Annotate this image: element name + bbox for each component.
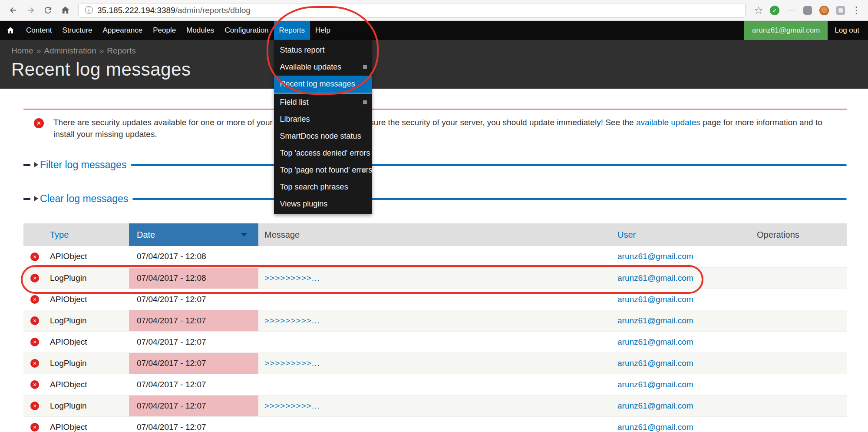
log-messages-table: TypeDateMessageUserOperations ✕APIObject… [23, 223, 847, 432]
url-text: 35.185.222.194:3389/admin/reports/dblog [97, 6, 251, 15]
account-button[interactable]: arunz61@gmail.com [744, 21, 828, 40]
extension-gray-icon[interactable] [802, 5, 813, 16]
admin-menu-item-structure[interactable]: Structure [57, 21, 98, 40]
extension-check-icon[interactable]: ✓ [769, 5, 780, 16]
home-icon[interactable] [57, 3, 73, 18]
admin-menu-item-appearance[interactable]: Appearance [98, 21, 148, 40]
reports-menu-item[interactable]: Recent log messages [274, 76, 372, 94]
operations-cell [747, 246, 847, 267]
user-link[interactable]: arunz61@gmail.com [617, 380, 693, 389]
back-icon[interactable] [5, 3, 21, 18]
breadcrumb-item[interactable]: Reports [107, 46, 136, 55]
reload-icon[interactable] [40, 3, 56, 18]
admin-menu-item-people[interactable]: People [148, 21, 181, 40]
log-date-cell: 07/04/2017 - 12:08 [129, 246, 258, 267]
operations-cell [747, 267, 847, 289]
log-type-label: APIObject [50, 380, 87, 389]
extension-orange-icon[interactable] [819, 5, 829, 16]
error-icon: ✕ [34, 118, 44, 128]
reports-menu-item[interactable]: Libraries [274, 111, 372, 128]
error-status-icon: ✕ [30, 423, 39, 432]
admin-menu: ContentStructureAppearancePeopleModulesC… [21, 21, 336, 40]
menu-badge-icon [363, 65, 367, 69]
address-bar[interactable]: ⓘ 35.185.222.194:3389/admin/reports/dblo… [78, 3, 746, 18]
reports-menu-item[interactable]: Available updates [274, 59, 372, 76]
log-row: ✕LogPlugin07/04/2017 - 12:07>>>>>>>>>...… [23, 310, 847, 331]
filter-log-messages-toggle[interactable]: Filter log messages [40, 159, 126, 171]
user-link[interactable]: arunz61@gmail.com [617, 401, 693, 410]
reports-menu-item[interactable]: Field list [274, 94, 372, 111]
operations-cell [747, 395, 847, 416]
column-header-type[interactable]: Type [23, 223, 129, 246]
fieldset-dash [23, 164, 30, 166]
column-header-date[interactable]: Date [129, 223, 258, 246]
admin-menu-item-help[interactable]: Help [310, 21, 336, 40]
admin-menu-item-configuration[interactable]: Configuration [219, 21, 274, 40]
error-status-icon: ✕ [30, 380, 39, 389]
drupal-home-icon[interactable] [0, 21, 21, 40]
user-link[interactable]: arunz61@gmail.com [617, 316, 693, 325]
security-update-warning: ✕ There are security updates available f… [23, 109, 847, 143]
fieldset-rule [132, 198, 847, 200]
breadcrumb-item[interactable]: Home [11, 46, 33, 55]
log-row: ✕APIObject07/04/2017 - 12:07arunz61@gmai… [23, 289, 847, 310]
breadcrumb-item[interactable]: Administration [44, 46, 96, 55]
operations-cell [747, 352, 847, 374]
user-link[interactable]: arunz61@gmail.com [617, 337, 693, 346]
log-message-link[interactable]: >>>>>>>>>... [264, 359, 320, 368]
column-header-message: Message [258, 223, 609, 246]
log-date-cell: 07/04/2017 - 12:07 [129, 310, 258, 331]
browser-toolbar: ⓘ 35.185.222.194:3389/admin/reports/dblo… [0, 0, 868, 21]
clear-log-fieldset: Clear log messages [23, 192, 847, 205]
column-header-user[interactable]: User [609, 223, 747, 246]
reports-menu-item[interactable]: Top 'page not found' errors [274, 162, 372, 179]
user-link[interactable]: arunz61@gmail.com [617, 422, 693, 432]
admin-menu-item-reports[interactable]: Reports Status reportAvailable updatesRe… [274, 21, 310, 40]
reports-menu-item[interactable]: Top search phrases [274, 179, 372, 196]
log-row: ✕LogPlugin07/04/2017 - 12:07>>>>>>>>>...… [23, 352, 847, 374]
clear-log-messages-toggle[interactable]: Clear log messages [40, 193, 128, 205]
admin-menu-item-content[interactable]: Content [21, 21, 57, 40]
log-type-label: APIObject [50, 337, 87, 346]
admin-menu-item-modules[interactable]: Modules [181, 21, 219, 40]
user-link[interactable]: arunz61@gmail.com [617, 295, 693, 304]
log-row: ✕LogPlugin07/04/2017 - 12:08>>>>>>>>>...… [23, 267, 847, 289]
logout-button[interactable]: Log out [828, 21, 866, 40]
log-type-label: APIObject [50, 252, 87, 261]
reports-menu-item[interactable]: SmartDocs node status [274, 128, 372, 145]
forward-icon[interactable] [23, 3, 38, 18]
available-updates-link[interactable]: available updates [636, 118, 700, 127]
browser-menu-icon[interactable]: ⋮ [850, 5, 863, 16]
user-link[interactable]: arunz61@gmail.com [617, 359, 693, 368]
log-row: ✕APIObject07/04/2017 - 12:07arunz61@gmai… [23, 416, 847, 432]
filter-log-fieldset: Filter log messages [23, 158, 847, 171]
user-link[interactable]: arunz61@gmail.com [617, 252, 693, 261]
extension-capture-icon[interactable] [835, 5, 846, 16]
reports-menu-item[interactable]: Views plugins [274, 196, 372, 213]
toolbar-spacer [336, 21, 744, 40]
user-link[interactable]: arunz61@gmail.com [617, 273, 693, 282]
log-row: ✕APIObject07/04/2017 - 12:07arunz61@gmai… [23, 331, 847, 352]
operations-cell [747, 331, 847, 352]
page-info-icon[interactable]: ⓘ [85, 6, 93, 14]
operations-cell [747, 289, 847, 310]
log-type-label: LogPlugin [50, 273, 87, 282]
log-message-link[interactable]: >>>>>>>>>... [264, 316, 320, 325]
error-status-icon: ✕ [30, 295, 39, 304]
error-status-icon: ✕ [30, 338, 39, 346]
fieldset-rule [131, 164, 847, 166]
reports-menu-item[interactable]: Status report [274, 42, 372, 59]
breadcrumb-separator: » [36, 46, 41, 55]
url-path: /admin/reports/dblog [175, 6, 251, 15]
bookmark-star-icon[interactable]: ☆ [752, 4, 766, 17]
collapsed-arrow-icon [34, 196, 38, 201]
fieldset-dash [23, 198, 30, 200]
extension-disabled-icon[interactable]: ⋯ [786, 5, 796, 16]
log-date-cell: 07/04/2017 - 12:07 [129, 395, 258, 416]
log-message-link[interactable]: >>>>>>>>>... [264, 273, 320, 282]
menu-badge-icon [363, 168, 367, 172]
log-type-label: LogPlugin [50, 316, 87, 325]
log-row: ✕APIObject07/04/2017 - 12:07arunz61@gmai… [23, 374, 847, 395]
reports-menu-item[interactable]: Top 'access denied' errors [274, 145, 372, 162]
log-message-link[interactable]: >>>>>>>>>... [264, 401, 320, 410]
